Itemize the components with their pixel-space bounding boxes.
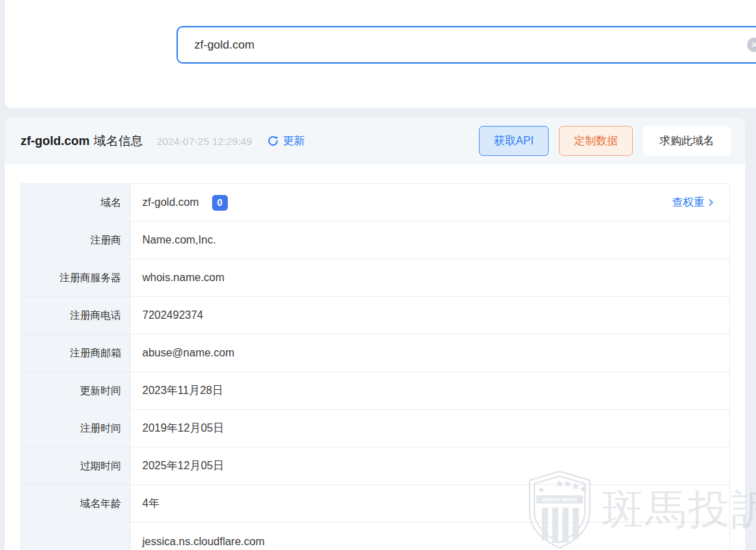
get-api-button[interactable]: 获取API [479,126,549,156]
domain-search-box: ✕ [177,26,756,64]
buy-domain-button[interactable]: 求购此域名 [643,126,731,156]
row-value: zf-gold.com [142,196,199,209]
table-row: 过期时间 2025年12月05日 [21,447,729,485]
row-value: 2025年12月05日 [142,459,224,473]
table-row: 注册商 Name.com,Inc. [21,222,729,259]
result-title: zf-gold.com域名信息 [21,133,143,149]
row-label: 注册商邮箱 [21,335,131,371]
row-label: 更新时间 [21,372,131,409]
baidu-weight-badge: 0 [212,195,228,211]
row-value-cell: 4年 [131,485,729,522]
check-weight-link[interactable]: 查权重 [672,196,716,210]
row-value-cell: Name.com,Inc. [131,222,729,259]
table-row: 注册时间 2019年12月05日 [21,410,729,447]
custom-data-button[interactable]: 定制数据 [559,126,633,156]
row-value-cell: 7202492374 [131,297,729,334]
domain-info-table: 域名 zf-gold.com 0 查权重 注册商 Name.com,Inc. [21,183,730,550]
table-row: 注册商邮箱 abuse@name.com [21,335,729,372]
result-header: zf-gold.com域名信息 2024-07-25 12:29:49 更新 获… [5,118,745,164]
row-label: 注册商电话 [21,297,131,334]
table-row: 注册商电话 7202492374 [21,297,729,335]
row-value: 7202492374 [142,309,203,322]
table-row: 注册商服务器 whois.name.com [21,259,729,297]
row-value-cell: 2025年12月05日 [131,447,729,484]
row-value: Name.com,Inc. [142,234,216,246]
refresh-label: 更新 [283,134,304,148]
table-row: 更新时间 2023年11月28日 [21,372,729,410]
row-value: 4年 [142,497,159,511]
clear-input-icon[interactable]: ✕ [747,38,756,52]
row-value-cell: 2019年12月05日 [131,410,729,447]
check-weight-label: 查权重 [672,196,705,210]
table-row: 域名 zf-gold.com 0 查权重 [21,184,729,222]
row-value: jessica.ns.cloudflare.com [142,536,265,548]
refresh-icon [267,135,279,147]
row-label: 注册商 [21,222,131,259]
row-label: 域名 [21,184,131,221]
row-label: 注册时间 [21,410,131,447]
row-value: 2023年11月28日 [142,384,223,398]
row-value-cell: whois.name.com [131,259,729,296]
row-value-cell: abuse@name.com [131,335,729,371]
row-value: whois.name.com [142,272,224,284]
row-label: 过期时间 [21,447,131,484]
row-label: 注册商服务器 [21,259,131,296]
query-timestamp: 2024-07-25 12:29:49 [157,135,252,147]
table-row: 域名年龄 4年 [21,485,729,523]
row-value-cell: zf-gold.com 0 查权重 [131,184,729,221]
result-domain: zf-gold.com [21,134,90,148]
domain-info-card: zf-gold.com域名信息 2024-07-25 12:29:49 更新 获… [5,118,745,550]
result-title-suffix: 域名信息 [94,134,143,148]
search-card: ✕ [5,0,756,108]
refresh-link[interactable]: 更新 [267,134,304,148]
header-buttons: 获取API 定制数据 求购此域名 [479,126,731,156]
row-value-cell: jessica.ns.cloudflare.com [131,523,729,550]
row-label: 域名年龄 [21,485,131,522]
row-value: 2019年12月05日 [142,421,224,436]
row-label [21,523,131,550]
chevron-right-icon [706,198,716,207]
table-row: jessica.ns.cloudflare.com [21,523,729,550]
domain-search-input[interactable] [194,27,735,62]
row-value-cell: 2023年11月28日 [131,372,729,409]
row-value: abuse@name.com [142,347,235,359]
